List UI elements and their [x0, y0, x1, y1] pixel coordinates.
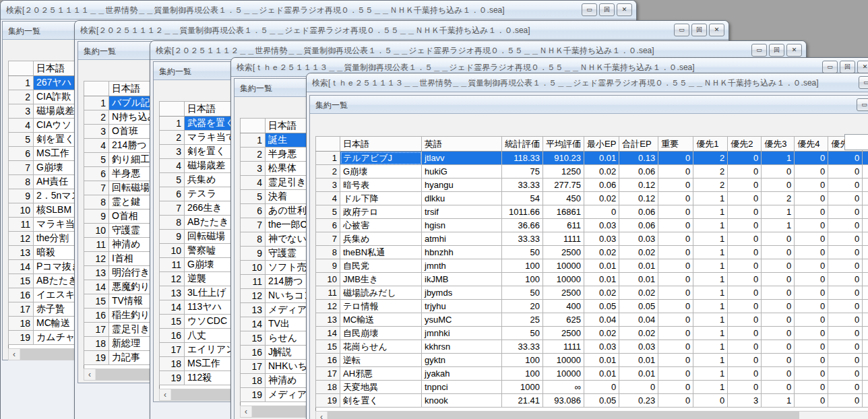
- table-cell[interactable]: 93.086: [543, 394, 584, 408]
- table-cell[interactable]: 0: [795, 259, 828, 273]
- table-cell[interactable]: 8: [9, 175, 34, 189]
- table-cell[interactable]: 0: [728, 205, 762, 219]
- table-cell[interactable]: theBN私通: [340, 246, 422, 259]
- table-cell[interactable]: 3: [160, 145, 185, 159]
- table-cell[interactable]: 0: [828, 354, 863, 367]
- table-cell[interactable]: 2: [693, 165, 728, 179]
- table-cell[interactable]: 3: [9, 104, 34, 119]
- table-cell[interactable]: 0: [828, 219, 863, 232]
- table-cell[interactable]: 天変地異: [340, 381, 422, 394]
- table-cell[interactable]: 0: [762, 340, 795, 354]
- table-cell[interactable]: 0: [828, 340, 863, 354]
- table-cell[interactable]: 0.02: [584, 165, 619, 179]
- table-cell[interactable]: 12: [160, 272, 185, 286]
- table-cell[interactable]: 0: [658, 367, 693, 381]
- table-cell[interactable]: 2500: [543, 246, 584, 259]
- table-cell[interactable]: 14: [316, 327, 340, 340]
- table-cell[interactable]: 0: [658, 327, 693, 340]
- table-cell[interactable]: trsif: [422, 205, 502, 219]
- table-row[interactable]: 19剣を置くknook21.4193.0860.050.23003100: [316, 394, 868, 408]
- table-cell[interactable]: 0.05: [584, 394, 619, 408]
- table-cell[interactable]: 8: [84, 195, 109, 210]
- table-cell[interactable]: 0.06: [619, 165, 658, 179]
- table-cell[interactable]: 0: [658, 152, 693, 165]
- scrollbar-thumb[interactable]: [328, 412, 799, 419]
- table-cell[interactable]: 10: [160, 244, 185, 258]
- table-cell[interactable]: 0.02: [584, 246, 619, 259]
- table-cell[interactable]: 暗号表: [340, 179, 422, 192]
- table-cell[interactable]: テルアビブJ: [340, 152, 422, 165]
- table-cell[interactable]: [863, 259, 868, 273]
- table-cell[interactable]: 10: [84, 224, 109, 238]
- column-header[interactable]: 優先1: [693, 137, 728, 152]
- horizontal-scrollbar[interactable]: ‹: [315, 411, 868, 419]
- table-cell[interactable]: AH邪悪: [340, 367, 422, 381]
- table-row[interactable]: 2G崩壊hukiG7512500.020.06020000: [316, 165, 868, 179]
- table-row[interactable]: 7兵集めatmhi33.3311110.030.03010000: [316, 232, 868, 246]
- table-cell[interactable]: 0: [658, 165, 693, 179]
- table-cell[interactable]: 0: [728, 313, 762, 327]
- table-cell[interactable]: 磁場読みだし: [340, 286, 422, 300]
- table-cell[interactable]: 6: [9, 147, 34, 161]
- table-cell[interactable]: 16: [84, 309, 109, 323]
- table-cell[interactable]: 0: [795, 327, 828, 340]
- table-cell[interactable]: 910.23: [543, 152, 584, 165]
- table-cell[interactable]: 0: [728, 327, 762, 340]
- table-cell[interactable]: 11: [160, 258, 185, 272]
- table-cell[interactable]: 0: [658, 205, 693, 219]
- table-cell[interactable]: 16: [160, 329, 185, 343]
- table-cell[interactable]: 10: [241, 261, 266, 275]
- table-cell[interactable]: [863, 367, 868, 381]
- table-cell[interactable]: 0.13: [619, 152, 658, 165]
- table-cell[interactable]: 277.75: [543, 179, 584, 192]
- table-row[interactable]: 14自民崩壊jmnhki5025000.020.02010000: [316, 327, 868, 340]
- table-cell[interactable]: hyangu: [422, 179, 502, 192]
- table-cell[interactable]: JMB生き: [340, 273, 422, 286]
- table-cell[interactable]: [863, 219, 868, 232]
- table-cell[interactable]: 0: [795, 219, 828, 232]
- table-cell[interactable]: 0: [795, 246, 828, 259]
- table-cell[interactable]: 0: [658, 192, 693, 205]
- column-header[interactable]: 重要: [658, 137, 693, 152]
- table-cell[interactable]: knook: [422, 394, 502, 408]
- table-cell[interactable]: 0.01: [584, 259, 619, 273]
- table-cell[interactable]: 0: [658, 394, 693, 408]
- table-cell[interactable]: 0: [828, 381, 863, 394]
- table-cell[interactable]: 1: [693, 273, 728, 286]
- table-cell[interactable]: 7: [241, 218, 266, 232]
- table-cell[interactable]: 0.05: [584, 300, 619, 313]
- table-cell[interactable]: 0: [658, 313, 693, 327]
- table-cell[interactable]: 1250: [543, 165, 584, 179]
- table-cell[interactable]: 15: [316, 340, 340, 354]
- table-cell[interactable]: 13: [84, 266, 109, 280]
- table-cell[interactable]: 1: [762, 219, 795, 232]
- table-row[interactable]: 13MC輸送ysuMC256250.040.04010000: [316, 313, 868, 327]
- table-cell[interactable]: 0.01: [619, 367, 658, 381]
- table-cell[interactable]: 17: [84, 323, 109, 337]
- table-cell[interactable]: MC輸送: [340, 313, 422, 327]
- table-cell[interactable]: 2: [762, 192, 795, 205]
- table-cell[interactable]: 36.66: [502, 219, 543, 232]
- table-cell[interactable]: 0: [584, 205, 619, 219]
- table-cell[interactable]: 0: [728, 219, 762, 232]
- close-icon[interactable]: ✕: [709, 24, 724, 36]
- table-cell[interactable]: 1111: [543, 340, 584, 354]
- table-cell[interactable]: 0: [619, 381, 658, 394]
- table-cell[interactable]: 0: [658, 246, 693, 259]
- table-cell[interactable]: 25: [502, 313, 543, 327]
- column-header[interactable]: 優先4: [795, 137, 828, 152]
- maximize-icon[interactable]: 回: [599, 3, 615, 16]
- table-cell[interactable]: 10000: [543, 273, 584, 286]
- table-cell[interactable]: 3: [84, 125, 109, 139]
- column-header[interactable]: 最小EP: [584, 137, 619, 152]
- table-cell[interactable]: 心被害: [340, 219, 422, 232]
- table-cell[interactable]: 1: [693, 327, 728, 340]
- table-cell[interactable]: 19: [84, 351, 109, 365]
- table-cell[interactable]: 12: [316, 300, 340, 313]
- table-cell[interactable]: 0: [762, 273, 795, 286]
- table-cell[interactable]: [863, 354, 868, 367]
- table-cell[interactable]: 3: [316, 179, 340, 192]
- table-cell[interactable]: 1: [693, 192, 728, 205]
- table-row[interactable]: 18天変地異tnpnci1000∞00010000: [316, 381, 868, 394]
- table-cell[interactable]: ysuMC: [422, 313, 502, 327]
